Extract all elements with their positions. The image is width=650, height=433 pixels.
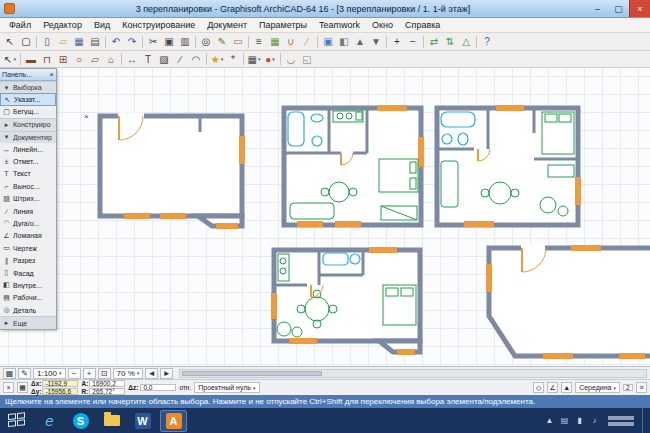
floor-plan-4[interactable] (267, 241, 432, 359)
hidden-icons-icon[interactable]: ▲ (544, 416, 555, 425)
horizontal-scrollbar[interactable] (179, 369, 647, 378)
arrow-options-icon[interactable]: ↖▾ (2, 52, 18, 67)
tool-section[interactable]: ∥Разрез (0, 254, 56, 266)
toolbox-group-more[interactable]: ▸Еще (0, 316, 56, 328)
grid-snap-icon[interactable]: ▦ (267, 34, 283, 49)
cut-icon[interactable]: ✂ (145, 34, 161, 49)
tool-arrow[interactable]: ↖Указат... (0, 93, 56, 105)
tool-drawing[interactable]: ▭Чертеж (0, 242, 56, 254)
send-backward-icon[interactable]: ▼ (368, 34, 384, 49)
arc-tool-icon[interactable]: ◠ (188, 52, 204, 67)
tool-polyline[interactable]: ∠Ломаная (0, 230, 56, 242)
taskbar-archicad[interactable]: A (160, 410, 187, 432)
distance-value[interactable]: 16900,2 (89, 380, 125, 387)
guide-toggle-button[interactable]: ◇ (533, 382, 544, 393)
taskbar-clock[interactable] (608, 416, 634, 426)
floor-plan-1[interactable] (92, 104, 250, 232)
toolbox-titlebar[interactable]: Панель... × (0, 69, 56, 81)
floor-plan-5[interactable] (479, 232, 650, 366)
teamwork-release-icon[interactable]: △ (458, 34, 474, 49)
magnet-icon[interactable]: ◡ (283, 52, 299, 67)
menu-view[interactable]: Вид (88, 18, 116, 32)
menu-teamwork[interactable]: Teamwork (313, 18, 366, 32)
tool-elevation[interactable]: ▯Фасад (0, 267, 56, 279)
toolbox-close-icon[interactable]: × (49, 71, 54, 79)
grid-origin-button[interactable]: ▦ (17, 382, 28, 393)
menu-window[interactable]: Окно (366, 18, 399, 32)
tool-text[interactable]: TТекст (0, 168, 56, 180)
layer-combo-icon[interactable]: ▦▾ (246, 52, 262, 67)
arrow-cursor-icon[interactable]: ↖ (2, 34, 18, 49)
layers-icon[interactable]: ≡ (251, 34, 267, 49)
fill-tool-icon[interactable]: ▨ (156, 52, 172, 67)
toolbox-group-document[interactable]: ▾Документир (0, 131, 56, 143)
scale-selector[interactable]: 1:100 ▾ (33, 368, 66, 379)
maximize-button[interactable]: ▢ (608, 0, 629, 17)
menu-edit[interactable]: Редактор (37, 18, 88, 32)
taskbar-skype[interactable]: S (67, 410, 94, 432)
undo-icon[interactable]: ↶ (108, 34, 124, 49)
taskbar-file-explorer[interactable] (98, 410, 125, 432)
zoom-out-icon[interactable]: − (405, 34, 421, 49)
zoom-in-button[interactable]: + (83, 368, 96, 379)
menu-document[interactable]: Документ (201, 18, 253, 32)
floor-plan-2[interactable] (277, 99, 428, 233)
settings-icon[interactable]: * (225, 52, 241, 67)
tracker-menu-button[interactable]: ≡ (636, 382, 647, 393)
minimize-button[interactable]: – (587, 0, 608, 17)
coordinates-close-button[interactable]: × (3, 382, 14, 393)
pen-set-icon[interactable]: ●▾ (262, 52, 278, 67)
delta-x-value[interactable]: -1192,9 (42, 380, 78, 387)
origin-selector[interactable]: Проектный нуль ▾ (194, 382, 259, 393)
delta-z-value[interactable]: 0,0 (140, 384, 176, 391)
redo-icon[interactable]: ↷ (124, 34, 140, 49)
menu-options[interactable]: Параметры (253, 18, 313, 32)
help-icon[interactable]: ? (479, 34, 495, 49)
guide-lines-icon[interactable]: ∕ (299, 34, 315, 49)
pen-set-button[interactable]: ✎ (18, 368, 31, 379)
close-button[interactable]: × (629, 0, 650, 17)
tool-marquee[interactable]: ▢Бегущ... (0, 106, 56, 118)
scrollbar-thumb[interactable] (182, 371, 322, 376)
pen-icon[interactable]: ✎ (214, 34, 230, 49)
bring-forward-icon[interactable]: ▲ (352, 34, 368, 49)
menu-file[interactable]: Файл (3, 18, 37, 32)
open-project-icon[interactable]: ▱ (55, 34, 71, 49)
eraser-icon[interactable]: ▭ (230, 34, 246, 49)
print-icon[interactable]: ▤ (87, 34, 103, 49)
snap-point-selector[interactable]: Середина ▾ (575, 382, 620, 393)
network-icon[interactable]: ▮ (574, 416, 585, 425)
menu-help[interactable]: Справка (399, 18, 446, 32)
teamwork-send-receive-icon[interactable]: ⇄ (426, 34, 442, 49)
angle-snap-button[interactable]: ∠ (547, 382, 558, 393)
start-button[interactable] (2, 408, 32, 433)
floor-plan-3[interactable] (430, 99, 585, 233)
tool-fill[interactable]: ▨Штрих... (0, 193, 56, 205)
slab-tool-icon[interactable]: ▱ (87, 52, 103, 67)
window-tool-icon[interactable]: ⊞ (55, 52, 71, 67)
text-tool-icon[interactable]: T (140, 52, 156, 67)
zoom-out-button[interactable]: − (68, 368, 81, 379)
zoom-percent-selector[interactable]: 70 % ▾ (113, 368, 144, 379)
tool-worksheet[interactable]: ▤Рабочи... (0, 292, 56, 304)
tool-label[interactable]: ⌐Вынос... (0, 180, 56, 192)
tool-level-dimension[interactable]: ±Отмет... (0, 155, 56, 167)
line-tool-icon[interactable]: ∕ (172, 52, 188, 67)
menu-design[interactable]: Конструирование (116, 18, 201, 32)
taskbar-internet-explorer[interactable]: e (36, 410, 63, 432)
snap-divisions-value[interactable]: 2 (623, 384, 633, 391)
favorites-icon[interactable]: ★▾ (209, 52, 225, 67)
save-project-icon[interactable]: ▦ (71, 34, 87, 49)
toolbox-group-selection[interactable]: ▾Выборка (0, 81, 56, 93)
taskbar-word[interactable]: W (129, 410, 156, 432)
new-project-icon[interactable]: ▯ (39, 34, 55, 49)
dimension-tool-icon[interactable]: ↔ (124, 52, 140, 67)
copy-icon[interactable]: ▣ (161, 34, 177, 49)
marquee-icon[interactable]: ▢ (18, 34, 34, 49)
zoom-in-icon[interactable]: + (389, 34, 405, 49)
column-tool-icon[interactable]: ○ (71, 52, 87, 67)
tool-line[interactable]: ∕Линия (0, 205, 56, 217)
grid-toggle-button[interactable]: ▦ (3, 368, 16, 379)
volume-icon[interactable]: ♪ (589, 416, 600, 425)
tool-detail[interactable]: ◎Деталь (0, 304, 56, 316)
